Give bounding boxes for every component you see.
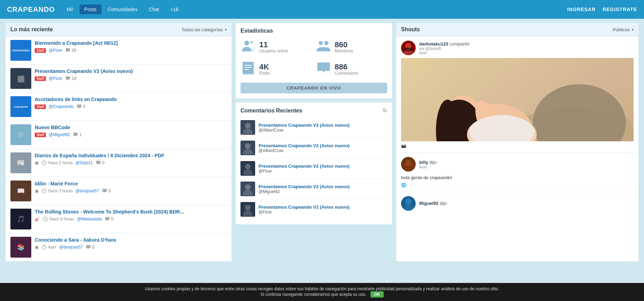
register-button[interactable]: REGISTRATE <box>603 7 637 12</box>
post-author[interactable]: @donjose57 <box>59 245 83 250</box>
avatar[interactable] <box>401 196 416 211</box>
shout-username[interactable]: Miguel92 <box>419 201 439 206</box>
shout-shared-image[interactable] <box>401 58 634 141</box>
post-thumbnail: crapeando <box>10 96 31 117</box>
comment-author[interactable]: @Ficer <box>259 169 387 174</box>
stat-online: 11 Usuarios online <box>241 38 312 56</box>
post-meta: ▣ Hace 3 horas @donjose57 0 <box>35 188 227 194</box>
svg-rect-8 <box>243 62 254 74</box>
file-icon: ▣ <box>35 189 39 193</box>
post-info: Presentamos Crapeando V2 (Aviso nuevo) S… <box>35 68 227 81</box>
post-author[interactable]: @Crapeando <box>49 104 74 109</box>
shout-username[interactable]: darkotaku123 <box>419 41 448 47</box>
post-thumbnail: 📚 <box>10 237 31 258</box>
chevron-down-icon: ▾ <box>632 28 634 32</box>
post-author[interactable]: @Sojo11 <box>75 160 93 165</box>
comment-post-title[interactable]: Presentamos Crapeando V2 (Aviso nuevo) <box>259 123 387 128</box>
comment-post-title[interactable]: Presentamos Crapeando V2 (Aviso nuevo) <box>259 164 387 169</box>
avatar[interactable] <box>401 157 416 172</box>
post-time: Hace 2 horas <box>41 160 73 166</box>
list-item[interactable]: ▦ Presentamos Crapeando V2 (Aviso nuevo)… <box>6 65 231 93</box>
post-meta: Staff @Ficer 19 <box>35 76 227 81</box>
post-author[interactable]: @donjose57 <box>75 189 99 193</box>
camera-icon: 📷 <box>401 143 634 148</box>
recent-posts-panel: Lo más reciente Todas las categorías ▾ C… <box>6 23 231 261</box>
comments-count: 886 <box>335 63 358 71</box>
post-info: Bienvenido a Crapeando [Act 06/12] Staff… <box>35 40 227 53</box>
post-thumbnail: ⚙ <box>10 124 31 145</box>
post-meta: ▣ Ayer @donjose57 0 <box>35 244 227 250</box>
post-time: Hace 3 horas <box>41 188 73 194</box>
members-label: Miembros <box>335 49 353 53</box>
shout-item: Miguel92 dijo <box>396 192 638 218</box>
post-meta: 🎸 Hace 8 horas @Melissavita 0 <box>35 216 227 222</box>
comment-post-title[interactable]: Presentamos Crapeando V2 (Aviso nuevo) <box>259 184 387 189</box>
members-icon <box>316 38 331 56</box>
post-comments: 0 <box>105 216 114 222</box>
avatar[interactable] <box>401 41 416 55</box>
comment-info: Presentamos Crapeando V2 (Aviso nuevo) @… <box>259 123 387 133</box>
comment-author[interactable]: @AlbertCrow <box>259 128 387 133</box>
nav-18[interactable]: +18 <box>165 5 184 14</box>
post-author[interactable]: @Miguel92 <box>49 132 70 137</box>
shouts-header: Shouts Públicos ▾ <box>396 23 638 36</box>
list-item[interactable]: crapeando Acortadores de links en Crapea… <box>6 93 231 121</box>
site-logo[interactable]: CRAPEANDO <box>7 6 55 14</box>
list-item[interactable]: CRAPEANDO Bienvenido a Crapeando [Act 06… <box>6 36 231 65</box>
list-item[interactable]: Presentamos Crapeando V2 (Aviso nuevo) @… <box>241 138 387 158</box>
category-filter[interactable]: Todas las categorías ▾ <box>181 27 227 32</box>
comment-avatar <box>241 182 255 196</box>
guitar-icon: 🎸 <box>35 217 40 221</box>
nav-posts[interactable]: Posts <box>80 5 101 14</box>
comment-post-title[interactable]: Presentamos Crapeando V2 (Aviso nuevo) <box>259 143 387 148</box>
list-item[interactable]: Presentamos Crapeando V2 (Aviso nuevo) @… <box>241 179 387 199</box>
post-author[interactable]: @Ficer <box>49 48 62 53</box>
shouts-filter[interactable]: Públicos ▾ <box>613 27 634 32</box>
post-comments: 0 <box>85 244 95 250</box>
nav-mi[interactable]: Mi! <box>62 5 78 14</box>
post-title: Bienvenido a Crapeando [Act 06/12] <box>35 40 227 46</box>
header: CRAPEANDO Mi! Posts Comunidades Chat +18… <box>0 0 644 19</box>
comments-icon <box>316 60 331 78</box>
comment-info: Presentamos Crapeando V2 (Aviso nuevo) @… <box>259 164 387 174</box>
comment-post-title[interactable]: Presentamos Crapeando V2 (Aviso nuevo) <box>259 204 387 210</box>
comment-author[interactable]: @Ficer <box>259 210 387 215</box>
login-button[interactable]: INGRESAR <box>567 7 596 12</box>
shout-username[interactable]: billy <box>419 160 428 165</box>
post-time: Hace 8 horas <box>43 216 74 222</box>
post-author[interactable]: @Ficer <box>49 76 62 81</box>
recent-posts-title: Lo más reciente <box>10 26 53 33</box>
post-author[interactable]: @Melissavita <box>77 217 102 221</box>
live-button[interactable]: CRAPEANDO EN VIVO <box>241 83 387 93</box>
list-item[interactable]: 📰 Diarios de España Individuales / 8 Dic… <box>6 149 231 177</box>
shout-action: dijo <box>430 160 437 165</box>
post-info: Nuevo BBCode Staff @Miguel92 1 <box>35 124 227 137</box>
list-item[interactable]: 📖 Idilio - Marie Force ▣ Hace 3 horas @d… <box>6 177 231 205</box>
shouts-filter-label: Públicos <box>613 27 630 32</box>
nav-chat[interactable]: Chat <box>144 5 164 14</box>
comment-author[interactable]: @AlbertCrow <box>259 148 387 153</box>
post-thumbnail: 🎵 <box>10 209 31 229</box>
header-auth: INGRESAR REGISTRATE <box>567 7 637 12</box>
list-item[interactable]: Presentamos Crapeando V2 (Aviso nuevo) @… <box>241 158 387 179</box>
middle-panel: Estadísticas 11 Usuarios online <box>236 23 392 261</box>
svg-rect-38 <box>403 164 414 166</box>
list-item[interactable]: 📚 Conociendo a Sara - Xakura O'hara ▣ Ay… <box>6 233 231 261</box>
recent-comments-panel: Comentarios Recientes ↻ Presentamos Crap… <box>236 102 392 224</box>
shout-item: darkotaku123 compartió vía @SnkHD Ayer <box>396 36 638 153</box>
shout-time: Ayer <box>419 51 470 55</box>
shout-header: Miguel92 dijo <box>401 196 634 211</box>
list-item[interactable]: Presentamos Crapeando V2 (Aviso nuevo) @… <box>241 199 387 219</box>
nav-comunidades[interactable]: Comunidades <box>103 5 142 14</box>
shout-action: dijo <box>440 201 447 206</box>
list-item[interactable]: Presentamos Crapeando V2 (Aviso nuevo) @… <box>241 117 387 138</box>
shout-item: billy dijo Ayer hola gente de crapeando!… <box>396 153 638 192</box>
list-item[interactable]: 🎵 The Rolling Stones - Welcome To Shephe… <box>6 205 231 233</box>
comment-author[interactable]: @Miguel92 <box>259 189 387 194</box>
refresh-icon[interactable]: ↻ <box>383 107 387 114</box>
list-item[interactable]: ⚙ Nuevo BBCode Staff @Miguel92 1 <box>6 121 231 149</box>
post-title: Presentamos Crapeando V2 (Aviso nuevo) <box>35 68 227 74</box>
main-nav: Mi! Posts Comunidades Chat +18 <box>62 5 567 14</box>
comment-info: Presentamos Crapeando V2 (Aviso nuevo) @… <box>259 184 387 194</box>
post-meta: Staff @Miguel92 1 <box>35 132 227 137</box>
